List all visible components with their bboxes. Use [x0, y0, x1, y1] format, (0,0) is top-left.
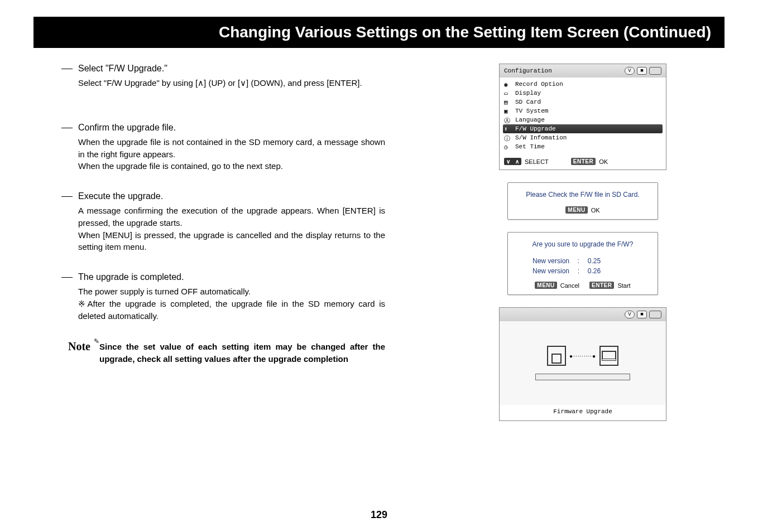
v-icon: V [625, 67, 635, 75]
step-title: Confirm the upgrade file. [78, 123, 176, 133]
panel-title: Configuration [504, 67, 552, 74]
step-dash-icon [61, 128, 73, 128]
menu-key-icon: MENU [535, 282, 556, 289]
display-icon: ▭ [504, 90, 512, 96]
status-icons: V ■ [625, 311, 661, 318]
ok-hint: MENU OK [565, 206, 599, 214]
progress-bar [535, 374, 630, 380]
info-icon: ⓘ [504, 134, 512, 141]
menu-item-fw-upgrade: ⬆F/W Upgrade [503, 124, 663, 133]
menu-item-set-time: ◷Set Time [503, 142, 663, 151]
step-title: The upgrade is completed. [78, 272, 184, 282]
upgrade-icon: ⬆ [504, 125, 512, 132]
leaf-icon: ✎ [94, 337, 99, 345]
cancel-hint: MENU Cancel [535, 282, 579, 289]
step-2: Confirm the upgrade file. When the upgra… [61, 123, 385, 172]
v-icon: V [625, 311, 635, 318]
step-dash-icon [61, 69, 73, 69]
section-title: Changing Various Settings on the Setting… [219, 23, 711, 41]
menu-key-icon: MENU [565, 206, 587, 214]
check-fw-dialog-figure: Please Check the F/W file in SD Card. ME… [507, 182, 658, 220]
confirm-upgrade-dialog-figure: Are you sure to upgrade the F/W? New ver… [507, 232, 658, 295]
dialog-message: Please Check the F/W file in SD Card. [514, 191, 652, 199]
instructions-column: Select "F/W Upgrade." Select "F/W Upgrad… [61, 64, 385, 421]
step-title: Execute the upgrade. [78, 191, 163, 201]
clock-icon: ◷ [504, 143, 512, 150]
step-body: A message confirming the execution of th… [61, 205, 385, 253]
step-body: When the upgrade file is not contained i… [61, 136, 385, 172]
note-text: Since the set value of each setting item… [99, 341, 385, 365]
device-card-icon [547, 346, 566, 366]
dialog-message: Are you sure to upgrade the F/W? [514, 240, 652, 248]
panel-header: Configuration V ■ [500, 64, 666, 78]
panel-footer: ∨∧ SELECT ENTER OK [500, 154, 666, 170]
menu-item-record-option: ◉Record Option [503, 80, 663, 89]
device-screen-icon [599, 346, 618, 366]
menu-item-display: ▭Display [503, 89, 663, 98]
upgrade-caption: Firmware Upgrade [500, 405, 666, 420]
panel-header: V ■ [500, 308, 666, 321]
menu-item-language: ⒶLanguage [503, 115, 663, 124]
step-dash-icon [61, 196, 73, 197]
version-row: New version : 0.25 [532, 256, 652, 266]
battery-icon [649, 67, 661, 75]
document-page: Changing Various Settings on the Setting… [0, 0, 758, 532]
step-1: Select "F/W Upgrade." Select "F/W Upgrad… [61, 64, 385, 89]
start-hint: ENTER Start [589, 282, 631, 289]
menu-items: ◉Record Option ▭Display ▤SD Card ▣TV Sys… [500, 78, 666, 154]
ok-hint: ENTER OK [571, 158, 608, 165]
step-title: Select "F/W Upgrade." [78, 64, 167, 74]
menu-item-tv-system: ▣TV System [503, 107, 663, 115]
step-body: Select "F/W Upgrade" by using [∧] (UP) o… [61, 77, 385, 89]
figures-column: Configuration V ■ ◉Record Option ▭Displa… [441, 64, 725, 421]
step-body: The power supply is turned OFF automatic… [61, 286, 385, 322]
tv-icon: ▣ [504, 108, 512, 114]
up-key-icon: ∧ [513, 158, 522, 165]
status-icons: V ■ [625, 67, 661, 75]
note-label: Note [68, 341, 90, 352]
menu-item-sd-card: ▤SD Card [503, 98, 663, 107]
language-icon: Ⓐ [504, 117, 512, 123]
page-number: 129 [0, 509, 758, 521]
section-title-bar: Changing Various Settings on the Setting… [33, 17, 725, 48]
sdcard-icon: ▤ [504, 99, 512, 105]
firmware-upgrade-figure: V ■ ●·········● Firmware Upgrade [499, 307, 666, 421]
down-key-icon: ∨ [504, 158, 513, 165]
step-dash-icon [61, 277, 73, 278]
battery-icon [649, 311, 661, 318]
enter-key-icon: ENTER [589, 282, 614, 289]
version-info: New version : 0.25 New version : 0.26 [514, 256, 652, 276]
configuration-menu-figure: Configuration V ■ ◉Record Option ▭Displa… [499, 64, 666, 170]
step-3: Execute the upgrade. A message confirmin… [61, 191, 385, 253]
select-hint: ∨∧ SELECT [504, 158, 549, 165]
record-icon: ◉ [504, 81, 512, 88]
two-column-layout: Select "F/W Upgrade." Select "F/W Upgrad… [33, 64, 725, 421]
upgrade-graphic: ●·········● [500, 321, 666, 405]
stop-icon: ■ [637, 311, 647, 318]
stop-icon: ■ [637, 67, 647, 75]
enter-key-icon: ENTER [571, 158, 596, 165]
note-block: Note ✎ Since the set value of each setti… [61, 341, 385, 365]
step-4: The upgrade is completed. The power supp… [61, 272, 385, 322]
menu-item-sw-information: ⓘS/W Infomation [503, 133, 663, 142]
version-row: New version : 0.26 [532, 266, 652, 276]
transfer-dots-icon: ●·········● [569, 353, 596, 359]
